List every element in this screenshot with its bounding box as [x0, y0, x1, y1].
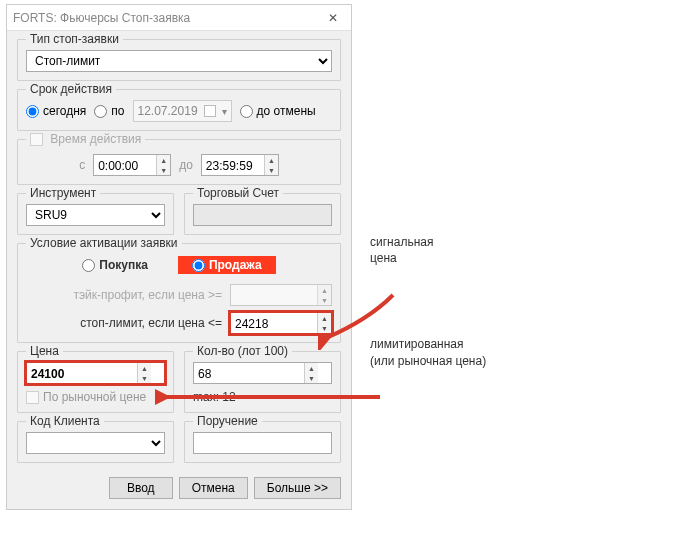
tp-input[interactable]: ▲▼ — [230, 284, 332, 306]
validity-until[interactable]: по — [94, 104, 124, 118]
time-action-label: Время действия — [26, 132, 145, 146]
more-button[interactable]: Больше >> — [254, 477, 341, 499]
stop-type-label: Тип стоп-заявки — [26, 32, 123, 46]
validity-date[interactable]: 12.07.2019 ▾ — [133, 100, 232, 122]
client-code-group: Код Клиента — [17, 421, 174, 463]
chevron-down-icon: ▾ — [222, 106, 227, 117]
time-to-input[interactable]: ▲▼ — [201, 154, 279, 176]
instruction-label: Поручение — [193, 414, 262, 428]
validity-group: Срок действия сегодня по 12.07.2019 ▾ — [17, 89, 341, 131]
annotation-signal-2: цена — [370, 250, 670, 266]
time-action-group: Время действия с ▲▼ до ▲▼ — [17, 139, 341, 185]
validity-cancel[interactable]: до отмены — [240, 104, 316, 118]
instruction-input[interactable] — [193, 432, 332, 454]
activation-group: Условие активации заявки Покупка Продажа… — [17, 243, 341, 343]
stop-order-dialog: FORTS: Фьючерсы Стоп-заявка ✕ Тип стоп-з… — [6, 4, 352, 510]
validity-cancel-radio[interactable] — [240, 105, 253, 118]
time-to-label: до — [179, 158, 193, 172]
stop-type-group: Тип стоп-заявки Стоп-лимит — [17, 39, 341, 81]
time-action-checkbox[interactable] — [30, 133, 43, 146]
tp-label: тэйк-профит, если цена >= — [26, 288, 222, 302]
buy-radio[interactable]: Покупка — [82, 256, 148, 274]
qty-label: Кол-во (лот 100) — [193, 344, 292, 358]
spin-down-icon[interactable]: ▼ — [157, 165, 170, 175]
annotation-signal-1: сигнальная — [370, 234, 670, 250]
market-price-checkbox[interactable] — [26, 391, 39, 404]
spin-up-icon[interactable]: ▲ — [265, 155, 278, 165]
enter-button[interactable]: Ввод — [109, 477, 173, 499]
spin-down-icon[interactable]: ▼ — [265, 165, 278, 175]
qty-input[interactable]: ▲▼ — [193, 362, 332, 384]
qty-max: max: 12 — [193, 390, 332, 404]
instrument-group: Инструмент SRU9 — [17, 193, 174, 235]
validity-today[interactable]: сегодня — [26, 104, 86, 118]
validity-today-radio[interactable] — [26, 105, 39, 118]
window-title: FORTS: Фьючерсы Стоп-заявка — [13, 11, 321, 25]
activation-label: Условие активации заявки — [26, 236, 182, 250]
validity-label: Срок действия — [26, 82, 116, 96]
date-checkbox-icon — [204, 105, 216, 117]
close-icon[interactable]: ✕ — [321, 11, 345, 25]
instrument-select[interactable]: SRU9 — [26, 204, 165, 226]
instruction-group: Поручение — [184, 421, 341, 463]
account-group: Торговый Счет — [184, 193, 341, 235]
annotation-limit-1: лимитированная — [370, 336, 670, 352]
sl-input[interactable]: ▲▼ — [230, 312, 332, 334]
titlebar: FORTS: Фьючерсы Стоп-заявка ✕ — [7, 5, 351, 31]
account-select[interactable] — [193, 204, 332, 226]
instrument-label: Инструмент — [26, 186, 100, 200]
market-price-label: По рыночной цене — [43, 390, 146, 404]
client-code-label: Код Клиента — [26, 414, 104, 428]
annotations: сигнальная цена лимитированная (или рыно… — [370, 234, 670, 369]
annotation-limit-2: (или рыночная цена) — [370, 353, 670, 369]
time-from-input[interactable]: ▲▼ — [93, 154, 171, 176]
time-from-label: с — [79, 158, 85, 172]
account-label: Торговый Счет — [193, 186, 283, 200]
qty-group: Кол-во (лот 100) ▲▼ max: 12 — [184, 351, 341, 413]
spin-up-icon[interactable]: ▲ — [157, 155, 170, 165]
price-input[interactable]: ▲▼ — [26, 362, 165, 384]
cancel-button[interactable]: Отмена — [179, 477, 248, 499]
sell-radio-wrap[interactable]: Продажа — [178, 256, 276, 274]
price-label: Цена — [26, 344, 63, 358]
price-group: Цена ▲▼ По рыночной цене — [17, 351, 174, 413]
sl-label: стоп-лимит, если цена <= — [26, 316, 222, 330]
sell-radio[interactable] — [192, 259, 205, 272]
validity-until-radio[interactable] — [94, 105, 107, 118]
stop-type-select[interactable]: Стоп-лимит — [26, 50, 332, 72]
client-code-select[interactable] — [26, 432, 165, 454]
